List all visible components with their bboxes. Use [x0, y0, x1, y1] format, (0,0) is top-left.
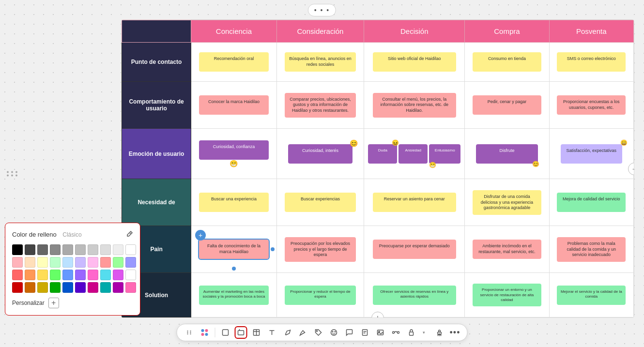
pencil-tool[interactable]: [298, 327, 308, 338]
swatch-darkviolet[interactable]: [113, 282, 123, 293]
swatch-darkblue[interactable]: [62, 282, 73, 293]
sticky-note[interactable]: Problemas como la mala calidad de la com…: [557, 237, 626, 262]
shape-tool[interactable]: [236, 327, 246, 338]
swatch-lightgreen[interactable]: [50, 257, 61, 268]
swatch-peach[interactable]: [25, 257, 35, 268]
emoji-tool[interactable]: [329, 327, 339, 338]
swatch-darkorange[interactable]: [25, 282, 35, 293]
swatch-lightyellow[interactable]: [37, 257, 48, 268]
pointer-tool[interactable]: [220, 327, 231, 338]
swatch-darkmagenta[interactable]: [88, 282, 98, 293]
pen-tool[interactable]: [282, 327, 293, 338]
swatch-darkgray[interactable]: [25, 244, 35, 255]
swatch-midgray[interactable]: [50, 244, 61, 255]
sticky-note[interactable]: Comparar precios, ubicaciones, gustos y …: [285, 93, 356, 118]
swatch-red[interactable]: [12, 270, 23, 280]
sticky-note[interactable]: SMS o correo electrónico: [557, 52, 626, 72]
add-sticky-button[interactable]: +: [195, 230, 206, 241]
selection-handle[interactable]: [232, 267, 236, 271]
sticky-note[interactable]: Conocer la marca Haidilao: [199, 95, 269, 115]
swatch-darkred[interactable]: [12, 282, 23, 293]
swatch-violet[interactable]: [113, 270, 123, 280]
swatch-black[interactable]: [12, 244, 23, 255]
sticky-note[interactable]: Proporcionar encuestas a los usuarios, c…: [557, 95, 626, 115]
top-toolbar-menu[interactable]: • • •: [314, 6, 330, 14]
swatch-lightblue[interactable]: [62, 257, 73, 268]
sticky-note[interactable]: Ofrecer servicios de reservas en línea y…: [373, 286, 456, 305]
sticky-note[interactable]: Búsqueda en línea, anuncios en redes soc…: [285, 52, 356, 72]
sticky-note[interactable]: Curiosidad, confianza: [199, 140, 269, 160]
sticky-note[interactable]: Mejorar el servicio y la calidad de la c…: [557, 286, 626, 305]
sticky-note[interactable]: Consultar el menú, los precios, la infor…: [373, 93, 456, 118]
sticky-note[interactable]: Sitio web oficial de Haidilao: [373, 52, 456, 72]
swatch-lightgray4[interactable]: [100, 244, 111, 255]
swatch-darkgreen[interactable]: [50, 282, 61, 293]
sticky-note[interactable]: Mejora de calidad del servicio: [557, 193, 626, 212]
swatch-lightgray2[interactable]: [75, 244, 86, 255]
swatch-white[interactable]: [125, 244, 136, 255]
accessibility-tool[interactable]: [434, 327, 445, 338]
eyedropper-tool[interactable]: [126, 230, 133, 239]
svg-point-7: [205, 329, 208, 332]
sticky-note[interactable]: Pedir, cenar y pagar: [473, 95, 541, 115]
customize-add-button[interactable]: +: [48, 298, 59, 308]
swatch-periwinkle[interactable]: [125, 257, 136, 268]
swatch-lavender[interactable]: [75, 257, 86, 268]
swatch-green[interactable]: [50, 270, 61, 280]
sticky-note[interactable]: Consumo en tienda: [473, 52, 541, 72]
swatch-blue[interactable]: [62, 270, 73, 280]
swatch-lightgray3[interactable]: [88, 244, 98, 255]
swatch-magenta[interactable]: [88, 270, 98, 280]
swatch-purple[interactable]: [75, 270, 86, 280]
sticky-disfrute[interactable]: Disfrute: [476, 144, 537, 164]
comment-tool[interactable]: [344, 327, 355, 338]
sticky-note[interactable]: Ambiente incómodo en el restaurante, mal…: [473, 240, 541, 259]
swatch-nearwhite[interactable]: [113, 244, 123, 255]
swatch-lightpurple[interactable]: [88, 257, 98, 268]
sidebar-drag-handle[interactable]: [7, 171, 18, 176]
swatch-white2[interactable]: [125, 270, 136, 280]
tag-tool[interactable]: [313, 327, 324, 338]
sticky-note[interactable]: Preocupación por los elevados precios y …: [285, 237, 356, 262]
connection-tool[interactable]: [391, 327, 401, 338]
swatch-teal[interactable]: [100, 270, 111, 280]
swatch-gray[interactable]: [37, 244, 48, 255]
swatch-darkpurple[interactable]: [75, 282, 86, 293]
swatch-salmon[interactable]: [100, 257, 111, 268]
sticky-note[interactable]: Disfrutar de una comida deliciosa y una …: [473, 190, 541, 215]
sticky-note[interactable]: Aumentar el marketing en las redes socia…: [199, 286, 269, 305]
more-options-icon[interactable]: •••: [450, 327, 460, 338]
selection-handle[interactable]: [271, 247, 275, 251]
table-tool[interactable]: [251, 327, 262, 338]
sticky-note[interactable]: Recomendación oral: [199, 52, 269, 72]
swatch-yellow[interactable]: [37, 270, 48, 280]
image-tool[interactable]: [375, 327, 386, 338]
sticky-note[interactable]: Preocuparse por esperar demasiado: [373, 240, 456, 259]
sticky-pain-selected[interactable]: Falta de conocimiento de la marca Haidil…: [199, 240, 269, 259]
cell-nec-4: Disfrutar de una comida deliciosa y una …: [465, 179, 549, 226]
app-icon[interactable]: [199, 327, 210, 338]
swatch-lightgray1[interactable]: [62, 244, 73, 255]
swatch-darkteal[interactable]: [100, 282, 111, 293]
swatch-orange[interactable]: [25, 270, 35, 280]
lock-dropdown-icon[interactable]: ▾: [419, 327, 429, 338]
sticky-ansiedad[interactable]: Ansiedad: [399, 144, 428, 164]
note-tool[interactable]: [360, 327, 370, 338]
sticky-note[interactable]: Proporcionar un entorno y un servicio de…: [473, 284, 541, 306]
swatch-lightpink[interactable]: [12, 257, 23, 268]
swatch-hotpink[interactable]: [125, 282, 136, 293]
sticky-entusiasmo[interactable]: Entusiasmo: [429, 144, 460, 164]
swatch-mint[interactable]: [113, 257, 123, 268]
sticky-satisfaccion[interactable]: Satisfacción, expectativas: [561, 144, 623, 164]
lock-tool[interactable]: [406, 327, 417, 338]
swatch-darkyellow[interactable]: [37, 282, 48, 293]
sticky-duda[interactable]: Duda: [368, 144, 397, 164]
sticky-note[interactable]: Buscar una experiencia: [199, 193, 269, 212]
sticky-note[interactable]: Proporcionar y reducir el tiempo de espe…: [285, 286, 356, 305]
sticky-note[interactable]: Reservar un asiento para cenar: [373, 193, 456, 212]
cell-emoc-1: Curiosidad, confianza 😁: [191, 129, 277, 179]
text-tool[interactable]: [267, 327, 277, 338]
sticky-note[interactable]: Curiosidad, interés: [288, 144, 352, 164]
drag-handle-icon[interactable]: [184, 327, 195, 338]
sticky-note[interactable]: Buscar experiencias: [285, 193, 356, 212]
